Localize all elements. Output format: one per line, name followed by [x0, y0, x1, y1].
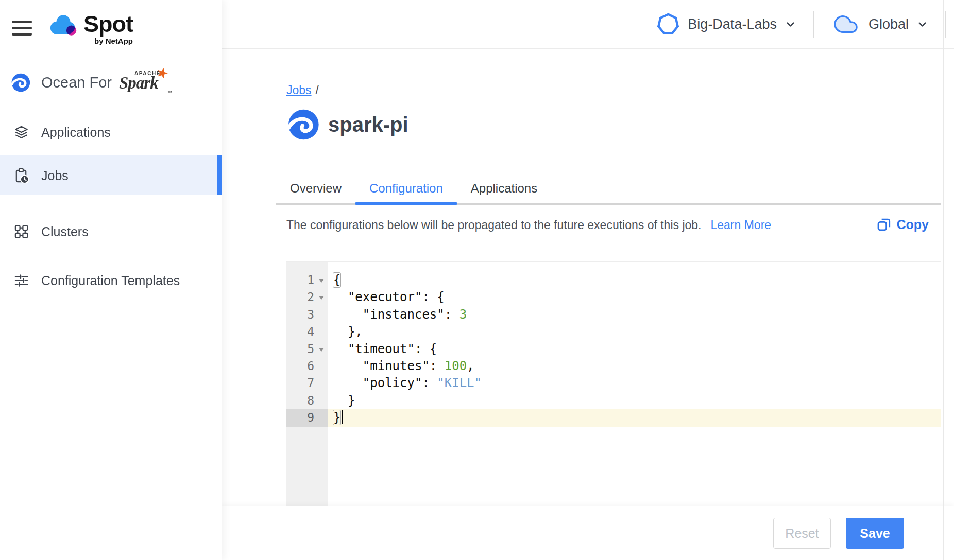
- page-scrollbar[interactable]: [943, 0, 944, 560]
- save-button[interactable]: Save: [846, 518, 904, 549]
- hamburger-menu-icon[interactable]: [12, 21, 32, 36]
- fold-arrow-icon[interactable]: [319, 296, 324, 300]
- code-token-plain: },: [333, 324, 363, 339]
- code-text[interactable]: }: [328, 392, 941, 409]
- scope-selector[interactable]: Global: [831, 12, 928, 36]
- line-number[interactable]: 6: [286, 358, 328, 375]
- copy-label: Copy: [897, 217, 929, 232]
- sidebar-item-clusters[interactable]: Clusters: [0, 212, 222, 251]
- sidebar-item-configuration-templates[interactable]: Configuration Templates: [0, 260, 222, 300]
- tab-applications[interactable]: Applications: [457, 173, 551, 203]
- code-line-1[interactable]: 1{: [286, 272, 941, 289]
- code-line-9[interactable]: 9}: [286, 409, 941, 426]
- header-divider: [945, 11, 946, 38]
- org-heptagon-icon: [656, 12, 680, 36]
- top-header: Big-Data-Labs Global: [222, 0, 954, 49]
- code-text[interactable]: {: [328, 272, 941, 289]
- text-cursor: [342, 410, 343, 424]
- ocean-for-label: Ocean For: [41, 74, 112, 91]
- line-number[interactable]: 8: [286, 392, 328, 409]
- code-token-plain: ,: [467, 359, 474, 373]
- org-name: Big-Data-Labs: [688, 16, 777, 32]
- code-token-plain: "instances":: [333, 307, 459, 322]
- cluster-nodes-icon: [13, 223, 29, 239]
- copy-icon: [876, 217, 897, 232]
- spot-logo[interactable]: Spot by NetApp: [48, 13, 133, 45]
- code-token-plain: }: [333, 393, 355, 408]
- config-json-editor[interactable]: 1{2 "executor": {3 "instances": 34 },5 "…: [286, 261, 941, 506]
- spark-star-icon: ★: [154, 63, 171, 83]
- breadcrumb-jobs-link[interactable]: Jobs: [286, 83, 312, 97]
- sidebar: Spot by NetApp Ocean For APACHE Spark ★ …: [0, 0, 222, 560]
- org-selector[interactable]: Big-Data-Labs: [656, 12, 796, 36]
- line-number[interactable]: 5: [286, 341, 328, 358]
- action-footer: Reset Save: [222, 506, 954, 560]
- header-divider: [813, 11, 814, 38]
- spot-byline: by NetApp: [94, 37, 133, 45]
- breadcrumb: Jobs/: [286, 83, 319, 97]
- code-token-plain: "policy":: [333, 376, 437, 390]
- sliders-icon: [13, 272, 29, 288]
- code-line-7[interactable]: 7 "policy": "KILL": [286, 375, 941, 392]
- code-text[interactable]: "minutes": 100,: [328, 358, 941, 375]
- code-token-plain: "timeout": {: [333, 342, 437, 356]
- breadcrumb-separator: /: [316, 83, 319, 97]
- clipboard-clock-icon: [13, 167, 29, 183]
- code-line-2[interactable]: 2 "executor": {: [286, 289, 941, 306]
- code-text[interactable]: }: [328, 409, 941, 426]
- fold-arrow-icon[interactable]: [319, 279, 324, 283]
- code-token-number: 3: [459, 307, 467, 322]
- code-token-plain: "minutes":: [333, 359, 445, 373]
- ocean-spark-wave-icon: [10, 73, 30, 93]
- code-text[interactable]: },: [328, 323, 941, 340]
- tab-configuration[interactable]: Configuration: [355, 173, 457, 203]
- line-number[interactable]: 1: [286, 272, 328, 289]
- tab-overview[interactable]: Overview: [276, 173, 355, 203]
- scope-name: Global: [868, 16, 909, 32]
- tab-bar: Overview Configuration Applications: [276, 173, 941, 205]
- title-divider: [276, 153, 941, 153]
- code-line-8[interactable]: 8 }: [286, 392, 941, 409]
- code-line-5[interactable]: 5 "timeout": {: [286, 341, 941, 358]
- line-number[interactable]: 7: [286, 375, 328, 392]
- code-token-match: }: [333, 410, 341, 425]
- config-description-row: The configurations below will be propaga…: [286, 218, 941, 232]
- apache-spark-logo: APACHE Spark ★ ™: [119, 70, 166, 95]
- spark-trademark: ™: [167, 90, 172, 95]
- spot-wordmark: Spot: [83, 13, 133, 35]
- learn-more-link[interactable]: Learn More: [711, 218, 772, 232]
- line-number[interactable]: 3: [286, 306, 328, 323]
- fold-arrow-icon[interactable]: [319, 348, 324, 352]
- cloud-icon: [831, 12, 861, 36]
- line-number[interactable]: 9: [286, 409, 328, 426]
- code-line-6[interactable]: 6 "minutes": 100,: [286, 358, 941, 375]
- code-line-3[interactable]: 3 "instances": 3: [286, 306, 941, 323]
- ocean-spark-wave-icon: [286, 108, 319, 141]
- line-number[interactable]: 4: [286, 323, 328, 340]
- code-token-plain: "executor": {: [333, 290, 445, 304]
- spark-wordmark: Spark: [119, 74, 158, 93]
- line-number[interactable]: 2: [286, 289, 328, 306]
- code-line-4[interactable]: 4 },: [286, 323, 941, 340]
- code-token-match: {: [333, 272, 341, 288]
- chevron-down-icon: [785, 19, 796, 30]
- main-area: Big-Data-Labs Global Jobs/: [222, 0, 954, 560]
- code-token-string: "KILL": [437, 376, 482, 390]
- config-description: The configurations below will be propaga…: [286, 218, 702, 232]
- code-text[interactable]: "timeout": {: [328, 341, 941, 358]
- spot-cloud-icon: [48, 13, 78, 38]
- ocean-for-spark-brand: Ocean For APACHE Spark ★ ™: [10, 70, 166, 95]
- code-text[interactable]: "executor": {: [328, 289, 941, 306]
- sidebar-item-applications[interactable]: Applications: [0, 112, 222, 152]
- copy-button[interactable]: Copy: [876, 217, 929, 232]
- page-title: spark-pi: [328, 113, 408, 136]
- page-title-row: spark-pi: [286, 108, 408, 141]
- sidebar-item-jobs[interactable]: Jobs: [0, 155, 222, 195]
- code-text[interactable]: "policy": "KILL": [328, 375, 941, 392]
- app: Big-Data-Labs Global Jobs/: [0, 0, 954, 560]
- editor-lines: 1{2 "executor": {3 "instances": 34 },5 "…: [286, 262, 941, 506]
- code-token-number: 100: [445, 359, 467, 373]
- reset-button[interactable]: Reset: [773, 518, 831, 549]
- chevron-down-icon: [916, 19, 928, 30]
- code-text[interactable]: "instances": 3: [328, 306, 941, 323]
